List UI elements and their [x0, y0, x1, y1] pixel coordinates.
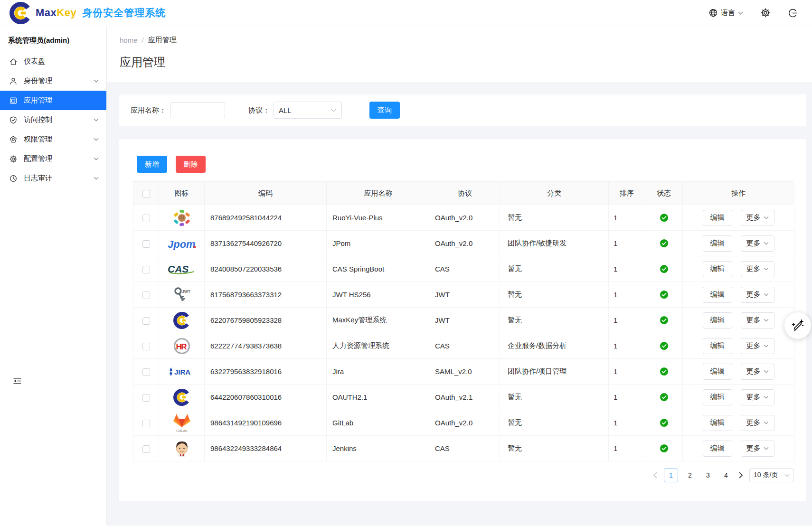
- status-enabled-icon: [660, 290, 669, 299]
- row-checkbox[interactable]: [142, 343, 150, 350]
- logout-button[interactable]: [788, 8, 798, 18]
- page-number-4[interactable]: 4: [720, 468, 732, 482]
- row-select-cell: [133, 282, 159, 308]
- sidebar-item-home[interactable]: 仪表盘: [0, 52, 106, 71]
- edit-button[interactable]: 编辑: [703, 441, 732, 457]
- chevron-down-icon: [94, 177, 99, 180]
- prev-page-button[interactable]: [652, 472, 658, 479]
- row-checkbox[interactable]: [142, 420, 150, 427]
- edit-button[interactable]: 编辑: [703, 210, 732, 226]
- page-size-select[interactable]: 10 条/页: [749, 468, 794, 482]
- breadcrumb-home-link[interactable]: home: [120, 36, 138, 44]
- protocol-select[interactable]: ALL: [274, 102, 342, 119]
- edit-button[interactable]: 编辑: [703, 261, 732, 277]
- status-enabled-icon: [660, 316, 669, 325]
- app-name: JPom: [327, 231, 430, 256]
- column-header: 应用名称: [327, 182, 430, 205]
- row-checkbox[interactable]: [142, 394, 150, 402]
- column-header: 排序: [609, 182, 645, 205]
- sidebar-item-clock[interactable]: 日志审计: [0, 169, 106, 188]
- page-number-3[interactable]: 3: [702, 468, 714, 482]
- search-button[interactable]: 查询: [369, 102, 400, 119]
- column-header: 编码: [205, 182, 327, 205]
- table-card: 新增 删除 图标编码应用名称协议分类排序状态操作 876892492: [119, 139, 806, 501]
- add-button[interactable]: 新增: [137, 156, 167, 173]
- chevron-down-icon: [764, 421, 769, 424]
- delete-button[interactable]: 删除: [176, 156, 206, 173]
- breadcrumb: home / 应用管理: [120, 36, 812, 45]
- edit-button[interactable]: 编辑: [703, 389, 732, 405]
- app-name: MaxKey管理系统: [327, 308, 430, 333]
- app-sort: 1: [609, 282, 645, 308]
- hr-app-icon: HR: [166, 336, 198, 356]
- next-page-button[interactable]: [738, 472, 744, 479]
- row-checkbox[interactable]: [142, 445, 150, 453]
- app-protocol: JWT: [430, 282, 500, 308]
- app-title: 身份安全管理系统: [82, 6, 166, 19]
- row-checkbox[interactable]: [142, 240, 150, 248]
- app-icon-cell: [159, 436, 205, 461]
- chevron-down-icon: [764, 395, 769, 399]
- home-icon: [9, 57, 18, 66]
- row-checkbox[interactable]: [142, 317, 150, 325]
- more-button[interactable]: 更多: [741, 389, 774, 405]
- sidebar-collapse-button[interactable]: [12, 376, 22, 387]
- row-checkbox[interactable]: [142, 266, 150, 273]
- sidebar-item-award[interactable]: 权限管理: [0, 130, 106, 149]
- sidebar-item-shield[interactable]: 访问控制: [0, 110, 106, 130]
- more-button[interactable]: 更多: [741, 364, 774, 380]
- app-sort: 1: [609, 385, 645, 410]
- more-button[interactable]: 更多: [741, 287, 774, 303]
- more-button[interactable]: 更多: [741, 441, 774, 457]
- settings-button[interactable]: [760, 8, 771, 18]
- edit-button[interactable]: 编辑: [703, 415, 732, 431]
- status-cell: [645, 359, 683, 385]
- status-cell: [645, 436, 683, 461]
- more-button[interactable]: 更多: [741, 235, 774, 252]
- table-row: 622076759805923328MaxKey管理系统JWT暂无1 编辑更多: [133, 308, 794, 333]
- chevron-down-icon: [784, 474, 790, 477]
- more-button[interactable]: 更多: [741, 210, 774, 226]
- language-menu[interactable]: 语言: [708, 8, 743, 18]
- gitlab-app-icon: GitLab: [166, 413, 198, 433]
- more-button[interactable]: 更多: [741, 415, 774, 431]
- sidebar-item-app[interactable]: 应用管理: [0, 91, 106, 110]
- app-category: 暂无: [500, 410, 609, 436]
- sidebar-item-gear[interactable]: 配置管理: [0, 149, 106, 169]
- table-toolbar: 新增 删除: [133, 156, 794, 173]
- select-all-checkbox[interactable]: [142, 190, 150, 197]
- status-enabled-icon: [660, 367, 669, 376]
- app-code: 644220607860310016: [205, 385, 327, 410]
- edit-button[interactable]: 编辑: [703, 338, 732, 354]
- table-row: CAS 824008507220033536CAS SpringBootCAS暂…: [133, 256, 794, 282]
- more-button[interactable]: 更多: [741, 261, 774, 277]
- more-button[interactable]: 更多: [741, 338, 774, 354]
- page-number-2[interactable]: 2: [684, 468, 696, 482]
- edit-button[interactable]: 编辑: [703, 235, 732, 252]
- edit-button[interactable]: 编辑: [703, 287, 732, 303]
- app-sort: 1: [609, 436, 645, 461]
- sidebar-item-label: 访问控制: [24, 115, 52, 124]
- app-name: OAUTH2.1: [327, 385, 430, 410]
- app-name: Jira: [327, 359, 430, 385]
- edit-button[interactable]: 编辑: [703, 364, 732, 380]
- page-number-1[interactable]: 1: [664, 468, 678, 482]
- column-header: 协议: [430, 182, 500, 205]
- row-checkbox[interactable]: [142, 215, 150, 222]
- more-button[interactable]: 更多: [741, 312, 774, 329]
- row-checkbox[interactable]: [142, 291, 150, 299]
- sidebar-item-user[interactable]: 身份管理: [0, 71, 106, 91]
- row-select-cell: [133, 205, 159, 231]
- protocol-select-value: ALL: [279, 106, 292, 114]
- magic-wand-button[interactable]: [784, 312, 811, 339]
- row-checkbox[interactable]: [142, 368, 150, 376]
- chevron-down-icon: [764, 344, 769, 348]
- column-header: 操作: [683, 182, 794, 205]
- apps-table: 图标编码应用名称协议分类排序状态操作 876892492581044224Ruo…: [133, 181, 794, 461]
- edit-button[interactable]: 编辑: [703, 312, 732, 329]
- app-name-input[interactable]: [170, 102, 225, 118]
- table-row: 644220607860310016OAUTH2.1OAuth_v2.1暂无1 …: [133, 385, 794, 410]
- award-icon: [9, 135, 18, 144]
- status-enabled-icon: [660, 393, 669, 402]
- status-cell: [645, 231, 683, 256]
